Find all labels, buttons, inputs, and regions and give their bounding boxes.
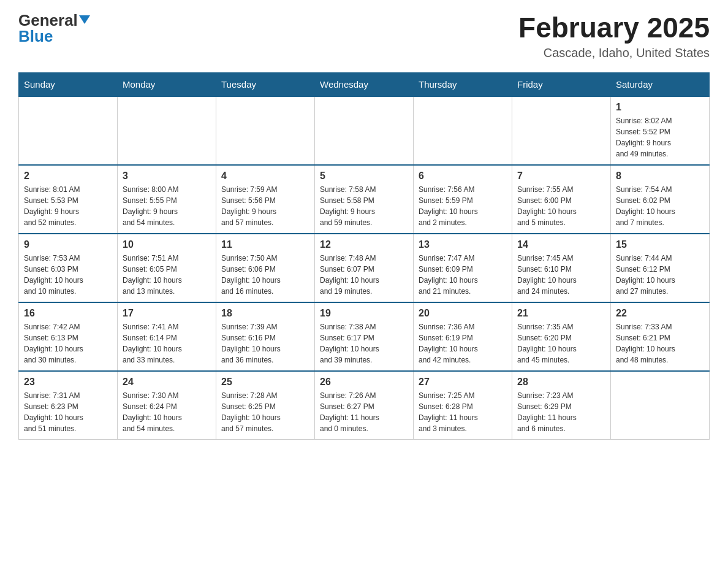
- day-number: 28: [517, 377, 605, 388]
- day-info: Sunrise: 7:30 AM Sunset: 6:24 PM Dayligh…: [123, 390, 211, 434]
- calendar-cell: [611, 371, 710, 440]
- week-row-3: 9Sunrise: 7:53 AM Sunset: 6:03 PM Daylig…: [19, 234, 710, 302]
- day-info: Sunrise: 7:55 AM Sunset: 6:00 PM Dayligh…: [517, 184, 605, 228]
- day-number: 15: [616, 239, 704, 250]
- calendar-cell: 21Sunrise: 7:35 AM Sunset: 6:20 PM Dayli…: [512, 302, 611, 371]
- day-info: Sunrise: 7:23 AM Sunset: 6:29 PM Dayligh…: [517, 390, 605, 434]
- day-number: 27: [419, 377, 507, 388]
- day-info: Sunrise: 7:42 AM Sunset: 6:13 PM Dayligh…: [24, 321, 112, 366]
- weekday-header-sunday: Sunday: [19, 72, 118, 96]
- day-number: 25: [221, 377, 309, 388]
- day-info: Sunrise: 7:26 AM Sunset: 6:27 PM Dayligh…: [320, 390, 408, 434]
- calendar-cell: 12Sunrise: 7:48 AM Sunset: 6:07 PM Dayli…: [315, 234, 414, 302]
- calendar-cell: 7Sunrise: 7:55 AM Sunset: 6:00 PM Daylig…: [512, 165, 611, 234]
- day-number: 11: [221, 239, 309, 250]
- day-info: Sunrise: 7:45 AM Sunset: 6:10 PM Dayligh…: [517, 253, 605, 297]
- day-number: 19: [320, 308, 408, 319]
- day-info: Sunrise: 7:51 AM Sunset: 6:05 PM Dayligh…: [123, 253, 211, 297]
- calendar-cell: [512, 96, 611, 165]
- day-number: 14: [517, 239, 605, 250]
- day-number: 6: [419, 170, 507, 182]
- calendar-cell: 26Sunrise: 7:26 AM Sunset: 6:27 PM Dayli…: [315, 371, 414, 440]
- day-info: Sunrise: 7:48 AM Sunset: 6:07 PM Dayligh…: [320, 253, 408, 297]
- logo-triangle-icon: [79, 15, 90, 26]
- day-number: 17: [123, 308, 211, 319]
- logo-blue-text: Blue: [18, 28, 53, 44]
- calendar-cell: 13Sunrise: 7:47 AM Sunset: 6:09 PM Dayli…: [414, 234, 512, 302]
- calendar-table: SundayMondayTuesdayWednesdayThursdayFrid…: [18, 72, 710, 440]
- day-number: 18: [221, 308, 309, 319]
- day-info: Sunrise: 7:35 AM Sunset: 6:20 PM Dayligh…: [517, 321, 605, 366]
- calendar-title: February 2025: [518, 12, 710, 44]
- calendar-cell: [19, 96, 118, 165]
- weekday-header-thursday: Thursday: [414, 72, 512, 96]
- day-number: 26: [320, 377, 408, 388]
- day-number: 1: [616, 102, 704, 113]
- day-info: Sunrise: 7:56 AM Sunset: 5:59 PM Dayligh…: [419, 184, 507, 228]
- calendar-cell: [118, 96, 216, 165]
- day-number: 4: [221, 170, 309, 182]
- week-row-4: 16Sunrise: 7:42 AM Sunset: 6:13 PM Dayli…: [19, 302, 710, 371]
- day-info: Sunrise: 8:01 AM Sunset: 5:53 PM Dayligh…: [24, 184, 112, 228]
- day-info: Sunrise: 7:58 AM Sunset: 5:58 PM Dayligh…: [320, 184, 408, 228]
- day-info: Sunrise: 7:25 AM Sunset: 6:28 PM Dayligh…: [419, 390, 507, 434]
- week-row-1: 1Sunrise: 8:02 AM Sunset: 5:52 PM Daylig…: [19, 96, 710, 165]
- day-number: 12: [320, 239, 408, 250]
- logo: General Blue: [18, 12, 90, 44]
- day-number: 10: [123, 239, 211, 250]
- calendar-cell: 1Sunrise: 8:02 AM Sunset: 5:52 PM Daylig…: [611, 96, 710, 165]
- weekday-header-monday: Monday: [118, 72, 216, 96]
- calendar-cell: 8Sunrise: 7:54 AM Sunset: 6:02 PM Daylig…: [611, 165, 710, 234]
- calendar-cell: [216, 96, 315, 165]
- day-number: 8: [616, 170, 704, 182]
- day-number: 23: [24, 377, 112, 388]
- weekday-header-row: SundayMondayTuesdayWednesdayThursdayFrid…: [19, 72, 710, 96]
- day-info: Sunrise: 7:38 AM Sunset: 6:17 PM Dayligh…: [320, 321, 408, 366]
- calendar-cell: 4Sunrise: 7:59 AM Sunset: 5:56 PM Daylig…: [216, 165, 315, 234]
- weekday-header-wednesday: Wednesday: [315, 72, 414, 96]
- day-number: 9: [24, 239, 112, 250]
- day-info: Sunrise: 7:41 AM Sunset: 6:14 PM Dayligh…: [123, 321, 211, 366]
- calendar-cell: 2Sunrise: 8:01 AM Sunset: 5:53 PM Daylig…: [19, 165, 118, 234]
- weekday-header-friday: Friday: [512, 72, 611, 96]
- day-number: 24: [123, 377, 211, 388]
- calendar-cell: 5Sunrise: 7:58 AM Sunset: 5:58 PM Daylig…: [315, 165, 414, 234]
- week-row-2: 2Sunrise: 8:01 AM Sunset: 5:53 PM Daylig…: [19, 165, 710, 234]
- calendar-cell: 20Sunrise: 7:36 AM Sunset: 6:19 PM Dayli…: [414, 302, 512, 371]
- day-info: Sunrise: 7:33 AM Sunset: 6:21 PM Dayligh…: [616, 321, 704, 366]
- day-number: 3: [123, 170, 211, 182]
- day-info: Sunrise: 7:59 AM Sunset: 5:56 PM Dayligh…: [221, 184, 309, 228]
- day-info: Sunrise: 8:00 AM Sunset: 5:55 PM Dayligh…: [123, 184, 211, 228]
- calendar-cell: 24Sunrise: 7:30 AM Sunset: 6:24 PM Dayli…: [118, 371, 216, 440]
- day-info: Sunrise: 7:39 AM Sunset: 6:16 PM Dayligh…: [221, 321, 309, 366]
- calendar-cell: 25Sunrise: 7:28 AM Sunset: 6:25 PM Dayli…: [216, 371, 315, 440]
- svg-marker-0: [79, 15, 90, 24]
- calendar-cell: 22Sunrise: 7:33 AM Sunset: 6:21 PM Dayli…: [611, 302, 710, 371]
- calendar-cell: 6Sunrise: 7:56 AM Sunset: 5:59 PM Daylig…: [414, 165, 512, 234]
- day-info: Sunrise: 7:31 AM Sunset: 6:23 PM Dayligh…: [24, 390, 112, 434]
- day-number: 2: [24, 170, 112, 182]
- day-info: Sunrise: 7:36 AM Sunset: 6:19 PM Dayligh…: [419, 321, 507, 366]
- day-info: Sunrise: 7:28 AM Sunset: 6:25 PM Dayligh…: [221, 390, 309, 434]
- calendar-cell: [315, 96, 414, 165]
- calendar-cell: 17Sunrise: 7:41 AM Sunset: 6:14 PM Dayli…: [118, 302, 216, 371]
- calendar-cell: [414, 96, 512, 165]
- calendar-cell: 27Sunrise: 7:25 AM Sunset: 6:28 PM Dayli…: [414, 371, 512, 440]
- calendar-cell: 9Sunrise: 7:53 AM Sunset: 6:03 PM Daylig…: [19, 234, 118, 302]
- calendar-subtitle: Cascade, Idaho, United States: [518, 46, 710, 60]
- day-info: Sunrise: 8:02 AM Sunset: 5:52 PM Dayligh…: [616, 115, 704, 159]
- calendar-cell: 10Sunrise: 7:51 AM Sunset: 6:05 PM Dayli…: [118, 234, 216, 302]
- logo-general-text: General: [18, 12, 78, 28]
- day-number: 13: [419, 239, 507, 250]
- weekday-header-saturday: Saturday: [611, 72, 710, 96]
- day-number: 16: [24, 308, 112, 319]
- calendar-cell: 19Sunrise: 7:38 AM Sunset: 6:17 PM Dayli…: [315, 302, 414, 371]
- week-row-5: 23Sunrise: 7:31 AM Sunset: 6:23 PM Dayli…: [19, 371, 710, 440]
- day-number: 22: [616, 308, 704, 319]
- day-number: 7: [517, 170, 605, 182]
- day-info: Sunrise: 7:44 AM Sunset: 6:12 PM Dayligh…: [616, 253, 704, 297]
- calendar-cell: 15Sunrise: 7:44 AM Sunset: 6:12 PM Dayli…: [611, 234, 710, 302]
- calendar-cell: 18Sunrise: 7:39 AM Sunset: 6:16 PM Dayli…: [216, 302, 315, 371]
- calendar-cell: 23Sunrise: 7:31 AM Sunset: 6:23 PM Dayli…: [19, 371, 118, 440]
- day-info: Sunrise: 7:53 AM Sunset: 6:03 PM Dayligh…: [24, 253, 112, 297]
